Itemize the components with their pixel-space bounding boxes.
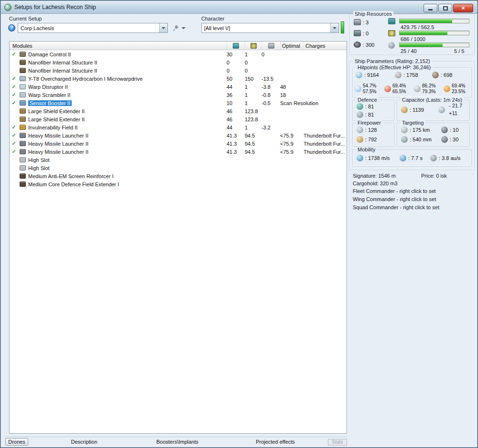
module-powergrid: 1: [245, 100, 261, 106]
maximize-button[interactable]: [438, 4, 452, 12]
wing-commander-setter[interactable]: Wing Commander - right click to set: [353, 196, 436, 202]
character-value: [All level V]: [202, 25, 330, 31]
module-row[interactable]: ✓ Medium Core Defence Field Extender I: [10, 180, 347, 188]
module-powergrid: 150: [245, 76, 261, 82]
tab-projected-effects[interactable]: Projected effects: [242, 439, 309, 445]
cpu-bar: [399, 19, 469, 23]
stats-button[interactable]: Stats: [328, 439, 347, 446]
help-icon[interactable]: ?: [8, 24, 15, 32]
character-label: Character: [201, 16, 224, 21]
character-skill-indicator: [341, 21, 344, 33]
dronebay-bar: [399, 43, 469, 47]
eft-window: Setups for Lachesis Recon Ship × Current…: [0, 0, 478, 448]
defence-value-1: : 81: [365, 104, 374, 109]
tab-drones[interactable]: Drones: [5, 438, 28, 446]
module-name: Warp Scrambler II: [28, 92, 70, 98]
targeting-title: Targeting: [401, 120, 425, 126]
explosive-resist-icon: [444, 85, 450, 92]
hitpoints-group: Hitpoints (Effective HP: 36,246) : 9164 …: [352, 67, 472, 97]
module-name: Heavy Missile Launcher II: [28, 141, 88, 147]
module-optimal: <75.9: [280, 141, 304, 147]
capacitor-drain: - 21.7: [449, 103, 462, 108]
module-powergrid: 1: [245, 92, 261, 98]
module-powergrid: 1: [245, 84, 261, 90]
current-setup-dropdown-arrow[interactable]: [159, 23, 167, 32]
tab-description[interactable]: Description: [55, 439, 113, 445]
tab-boosters-implants[interactable]: Boosters\Implants: [144, 439, 211, 445]
powergrid-bar: [399, 31, 469, 35]
module-row[interactable]: ✓ Nanofiber Internal Structure II 0 0: [10, 58, 347, 66]
module-optimal: <75.9: [280, 149, 304, 155]
module-cpu: 44: [227, 125, 245, 130]
dps-value: : 792: [365, 137, 377, 142]
module-icon: [20, 173, 26, 179]
character-dropdown-arrow[interactable]: [330, 23, 338, 32]
module-row[interactable]: ✓ Large Shield Extender II 46 123.8: [10, 115, 347, 123]
current-setup-combo[interactable]: Corp Lachesis: [18, 23, 168, 33]
module-charges: Thunderbolt Fur...: [304, 149, 347, 155]
current-setup-value: Corp Lachesis: [18, 25, 159, 31]
modules-table-header: Modules Optimal Charges: [10, 42, 347, 50]
maximize-icon: [443, 6, 448, 11]
module-row[interactable]: ✓ High Slot: [10, 164, 347, 172]
module-row[interactable]: ✓ Warp Disruptor II 44 1 -3.8 48: [10, 83, 347, 91]
drone-count: 5 / 5: [454, 48, 464, 54]
powergrid-usage: 686 / 1000: [401, 36, 425, 42]
module-name: Medium Anti-EM Screen Reinforcer I: [28, 173, 114, 179]
module-row[interactable]: ✓ Heavy Missile Launcher II 41.3 94.5 <7…: [10, 148, 347, 156]
module-row[interactable]: ✓ Nanofiber Internal Structure II 0 0: [10, 66, 347, 75]
target-range: : 175 km: [410, 127, 430, 133]
optimal-column-header: Optimal: [282, 43, 300, 49]
module-capacitor: 0: [261, 52, 280, 57]
cpu-usage: 429.75 / 562.5: [401, 24, 434, 30]
module-row[interactable]: ✓ Heavy Missile Launcher II 41.3 94.5 <7…: [10, 131, 347, 139]
module-row[interactable]: ✓ Warp Scrambler II 36 1 -0.8 18: [10, 91, 347, 99]
module-row[interactable]: ✓ Medium Anti-EM Screen Reinforcer I: [10, 172, 347, 180]
target-range-icon: [401, 127, 408, 133]
module-icon: [20, 125, 26, 130]
module-icon: [20, 165, 26, 171]
module-row[interactable]: ✓ Invulnerability Field II 44 1 -3.2: [10, 123, 347, 131]
module-row[interactable]: ✓ Damage Control II 30 1 0: [10, 50, 347, 58]
module-row[interactable]: ✓ Y-T8 Overcharged Hydrocarbon I Microwa…: [10, 75, 347, 83]
module-row[interactable]: ✓ High Slot: [10, 156, 347, 164]
module-name: High Slot: [28, 157, 50, 163]
module-row[interactable]: ✓ Large Shield Extender II 46 123.8: [10, 107, 347, 115]
fleet-commander-setter[interactable]: Fleet Commander - right click to set: [353, 188, 436, 194]
calibration-value: : 300: [363, 42, 374, 48]
module-row[interactable]: ✓ Heavy Missile Launcher II 41.3 94.5 <7…: [10, 139, 347, 148]
module-name: Large Shield Extender II: [28, 108, 85, 114]
module-row[interactable]: ✓ Sensor Booster II 10 1 -0.5 Scan Resol…: [10, 99, 347, 107]
minimize-button[interactable]: [424, 4, 437, 12]
character-combo[interactable]: [All level V]: [201, 23, 339, 33]
volley-value: : 128: [365, 127, 377, 133]
dronebay-icon: [388, 42, 395, 49]
shield-hp: : 9164: [364, 72, 379, 78]
turret-hardpoint-icon: [354, 19, 361, 25]
setup-tools-button[interactable]: [172, 24, 185, 32]
close-button[interactable]: ×: [453, 4, 473, 12]
em-shield-resist: 54.7%: [363, 83, 376, 89]
capacitor-icon: [401, 107, 408, 113]
align-time-icon: [400, 155, 406, 161]
module-cpu: 10: [227, 100, 245, 106]
charges-column-header: Charges: [305, 43, 326, 49]
active-check-icon: ✓: [10, 149, 18, 155]
module-name: Nanofiber Internal Structure II: [28, 60, 97, 65]
module-charges: Thunderbolt Fur...: [304, 133, 347, 139]
active-check-icon: ✓: [10, 51, 18, 57]
module-icon: [20, 108, 26, 114]
module-cpu: 0: [227, 68, 245, 74]
armor-hp-icon: [395, 72, 402, 78]
signature-radius: Signature: 1546 m: [353, 173, 396, 179]
bottom-tab-bar: Drones Description Boosters\Implants Pro…: [5, 437, 347, 446]
firepower-title: Firepower: [356, 120, 382, 126]
em-resist-icon: [355, 85, 361, 92]
capacitor-recharge: +11: [449, 110, 457, 116]
squad-commander-setter[interactable]: Squad Commander - right click to set: [353, 204, 439, 210]
mobility-title: Mobility: [356, 147, 377, 152]
module-charges: Thunderbolt Fur...: [304, 141, 347, 147]
price: Price: 0 isk: [421, 173, 447, 179]
defence-title: Defence: [356, 97, 379, 103]
module-icon: [20, 181, 26, 187]
